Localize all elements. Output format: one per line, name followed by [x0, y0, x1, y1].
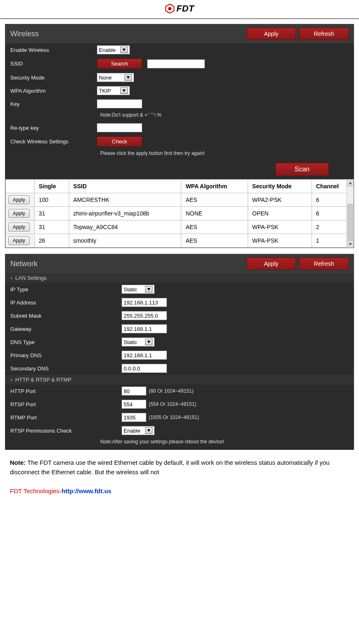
- ip-address-label: IP Address: [10, 300, 122, 306]
- enable-wireless-label: Enable Wireless: [10, 47, 97, 53]
- bullet-icon: ●: [10, 377, 13, 382]
- apply-row-button[interactable]: Apply: [8, 222, 30, 232]
- wireless-header: Wireless Apply Refresh: [5, 24, 354, 43]
- search-button[interactable]: Search: [97, 59, 142, 69]
- brand-logo: FDT: [165, 3, 194, 14]
- refresh-button[interactable]: Refresh: [299, 258, 349, 270]
- check-settings-label: Check Wireless Settings: [10, 138, 97, 145]
- chevron-down-icon: [145, 339, 153, 345]
- svg-marker-5: [349, 182, 352, 184]
- lan-settings-section: ● LAN Settings: [5, 273, 354, 283]
- scan-button[interactable]: Scan: [275, 163, 329, 176]
- subnet-mask-input[interactable]: [122, 311, 167, 320]
- scan-results-table: SingleSSIDWPA AlgorithmSecurity ModeChan…: [5, 179, 354, 248]
- svg-marker-7: [147, 288, 150, 290]
- table-row: Apply26smoothlyAESWPA-PSK1: [6, 234, 354, 248]
- chevron-down-icon: [145, 286, 153, 293]
- table-row: Apply100AMCRESTHKAESWPA2-PSK6: [6, 193, 354, 207]
- svg-marker-6: [349, 243, 352, 246]
- save-note: Note:After saving your settings please r…: [5, 437, 354, 450]
- ssid-input[interactable]: [147, 59, 205, 68]
- apply-row-button[interactable]: Apply: [8, 195, 30, 204]
- key-input[interactable]: [97, 99, 142, 108]
- table-header: WPA Algorithm: [181, 180, 248, 193]
- check-hint: Please click the apply button first then…: [5, 149, 354, 159]
- rtsp-permissions-select[interactable]: Enable: [122, 426, 155, 435]
- subnet-mask-label: Subnet Mask: [10, 313, 122, 319]
- key-label: Key: [10, 101, 97, 107]
- gateway-input[interactable]: [122, 324, 167, 333]
- svg-marker-8: [147, 341, 150, 343]
- security-mode-label: Security Mode: [10, 75, 97, 81]
- rtsp-port-hint: (554 Or 1024~49151): [149, 401, 196, 407]
- table-header: [6, 180, 35, 193]
- rtsp-port-label: RTSP Port: [10, 401, 122, 407]
- chevron-down-icon: [145, 427, 153, 434]
- svg-point-1: [168, 7, 171, 10]
- scroll-down-icon[interactable]: [347, 240, 354, 248]
- bullet-icon: ●: [10, 276, 13, 280]
- network-panel: Network Apply Refresh ● LAN Settings IP …: [5, 254, 354, 450]
- refresh-button[interactable]: Refresh: [299, 28, 349, 40]
- rtmp-port-label: RTMP Port: [10, 415, 122, 421]
- http-port-hint: (80 Or 1024~49151): [149, 388, 193, 394]
- svg-marker-2: [122, 49, 126, 51]
- table-row: Apply31zhimi-airpurifier-v3_miap108bNONE…: [6, 207, 354, 220]
- rtsp-port-input[interactable]: [122, 400, 146, 409]
- scrollbar[interactable]: [346, 179, 354, 248]
- svg-marker-4: [122, 89, 126, 92]
- wpa-algorithm-label: WPA Algorithm: [10, 88, 97, 94]
- rtmp-port-input[interactable]: [122, 413, 146, 422]
- secondary-dns-label: Secondary DNS: [10, 365, 122, 372]
- gateway-label: Gateway: [10, 326, 122, 332]
- page-note: Note: The FDT camera use the wired Ether…: [5, 456, 354, 479]
- wpa-algorithm-select[interactable]: TKIP: [97, 86, 130, 95]
- table-header: Single: [35, 180, 69, 193]
- retype-key-input[interactable]: [97, 123, 142, 132]
- rtsp-permissions-label: RTSP Permissions Check: [10, 428, 122, 434]
- table-header: Security Mode: [248, 180, 312, 193]
- ssid-label: SSID: [10, 61, 97, 67]
- rtmp-port-hint: (1935 Or 1024~49151): [149, 415, 199, 420]
- logo-icon: [165, 4, 175, 14]
- key-note: Note:Do't support & = ' " \ %: [5, 110, 354, 121]
- http-rtsp-rtmp-section: ● HTTP & RTSP & RTMP: [5, 375, 354, 384]
- apply-row-button[interactable]: Apply: [8, 209, 30, 218]
- svg-marker-9: [147, 429, 150, 432]
- chevron-down-icon: [120, 47, 128, 53]
- ip-address-input[interactable]: [122, 298, 167, 307]
- brand-text: FDT: [176, 3, 194, 14]
- apply-row-button[interactable]: Apply: [8, 236, 30, 245]
- ip-type-label: IP Type: [10, 286, 122, 293]
- network-header: Network Apply Refresh: [5, 254, 354, 273]
- wireless-title: Wireless: [10, 30, 246, 38]
- page-header: FDT: [0, 0, 359, 19]
- primary-dns-label: Primary DNS: [10, 352, 122, 358]
- dns-type-select[interactable]: Static: [122, 337, 155, 347]
- http-port-label: HTTP Port: [10, 388, 122, 394]
- svg-marker-3: [127, 76, 130, 79]
- apply-button[interactable]: Apply: [246, 28, 296, 40]
- check-button[interactable]: Check: [97, 136, 142, 147]
- primary-dns-input[interactable]: [122, 351, 167, 360]
- dns-type-label: DNS Type: [10, 339, 122, 345]
- enable-wireless-select[interactable]: Enable: [97, 45, 130, 54]
- page-footer: FDT Technologies-http://www.fdt.us: [5, 479, 354, 499]
- http-port-input[interactable]: [122, 386, 146, 396]
- table-header: SSID: [69, 180, 181, 193]
- network-title: Network: [10, 260, 246, 268]
- chevron-down-icon: [120, 87, 128, 94]
- retype-key-label: Re-type key: [10, 125, 97, 131]
- scroll-thumb[interactable]: [347, 204, 353, 241]
- apply-button[interactable]: Apply: [246, 258, 296, 270]
- scroll-up-icon[interactable]: [347, 179, 354, 187]
- footer-url[interactable]: http://www.fdt.us: [61, 487, 111, 494]
- ip-type-select[interactable]: Static: [122, 285, 155, 294]
- table-row: Apply31Topway_A9CC84AESWPA-PSK2: [6, 220, 354, 234]
- wireless-panel: Wireless Apply Refresh Enable Wireless E…: [5, 24, 354, 248]
- security-mode-select[interactable]: None: [97, 73, 134, 82]
- secondary-dns-input[interactable]: [122, 364, 167, 373]
- chevron-down-icon: [124, 74, 132, 81]
